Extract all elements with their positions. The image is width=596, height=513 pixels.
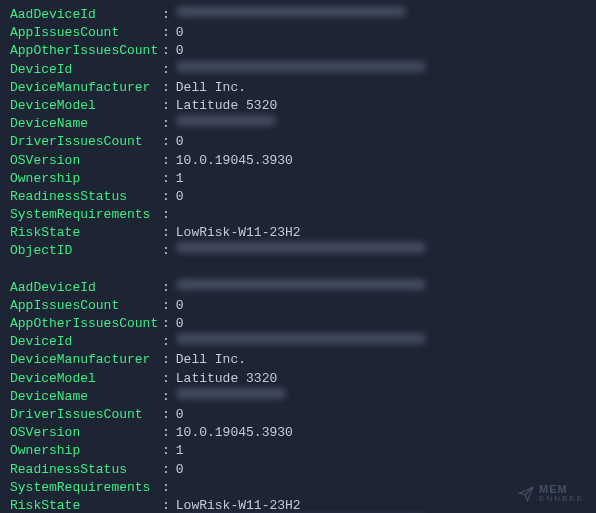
colon-separator: :	[162, 79, 170, 97]
redacted-value	[176, 242, 426, 253]
property-row: AadDeviceId:	[10, 279, 586, 297]
property-key: OSVersion	[10, 424, 162, 442]
property-value: 0	[176, 24, 184, 42]
colon-separator: :	[162, 479, 170, 497]
colon-separator: :	[162, 442, 170, 460]
colon-separator: :	[162, 6, 170, 24]
property-row: AppIssuesCount:0	[10, 24, 586, 42]
paper-plane-icon	[517, 485, 535, 503]
property-row: ReadinessStatus:0	[10, 188, 586, 206]
property-row: Ownership:1	[10, 170, 586, 188]
property-key: DriverIssuesCount	[10, 133, 162, 151]
property-key: DeviceName	[10, 115, 162, 133]
redacted-value	[176, 6, 406, 17]
property-key: DeviceManufacturer	[10, 79, 162, 97]
property-key: AadDeviceId	[10, 279, 162, 297]
colon-separator: :	[162, 424, 170, 442]
colon-separator: :	[162, 461, 170, 479]
property-value: 0	[176, 461, 184, 479]
colon-separator: :	[162, 42, 170, 60]
property-row: AadDeviceId:	[10, 6, 586, 24]
redacted-value	[176, 279, 426, 290]
property-value: Dell Inc.	[176, 79, 246, 97]
colon-separator: :	[162, 279, 170, 297]
property-row: AppIssuesCount:0	[10, 297, 586, 315]
property-value: Dell Inc.	[176, 351, 246, 369]
property-row: DeviceName:	[10, 388, 586, 406]
property-key: RiskState	[10, 497, 162, 513]
property-row: DeviceId:	[10, 61, 586, 79]
property-row: DeviceName:	[10, 115, 586, 133]
property-key: RiskState	[10, 224, 162, 242]
property-key: ReadinessStatus	[10, 461, 162, 479]
property-row: AppOtherIssuesCount:0	[10, 315, 586, 333]
property-key: AppIssuesCount	[10, 24, 162, 42]
property-row: SystemRequirements:	[10, 479, 586, 497]
property-row: OSVersion:10.0.19045.3930	[10, 424, 586, 442]
colon-separator: :	[162, 224, 170, 242]
property-row: RiskState:LowRisk-W11-23H2	[10, 224, 586, 242]
property-key: ReadinessStatus	[10, 188, 162, 206]
colon-separator: :	[162, 24, 170, 42]
colon-separator: :	[162, 388, 170, 406]
property-key: DeviceModel	[10, 370, 162, 388]
colon-separator: :	[162, 206, 170, 224]
property-row: SystemRequirements:	[10, 206, 586, 224]
watermark: MEM ENNBEE	[517, 485, 584, 503]
property-row: DeviceManufacturer:Dell Inc.	[10, 79, 586, 97]
colon-separator: :	[162, 370, 170, 388]
colon-separator: :	[162, 333, 170, 351]
colon-separator: :	[162, 242, 170, 260]
property-row: DeviceModel:Latitude 3320	[10, 370, 586, 388]
colon-separator: :	[162, 297, 170, 315]
property-value: 10.0.19045.3930	[176, 152, 293, 170]
colon-separator: :	[162, 115, 170, 133]
watermark-bottom: ENNBEE	[539, 495, 584, 502]
console-output: AadDeviceId:AppIssuesCount:0AppOtherIssu…	[10, 6, 586, 513]
property-value: 0	[176, 42, 184, 60]
property-row: DeviceManufacturer:Dell Inc.	[10, 351, 586, 369]
property-key: ObjectID	[10, 242, 162, 260]
colon-separator: :	[162, 351, 170, 369]
property-key: DeviceId	[10, 61, 162, 79]
colon-separator: :	[162, 170, 170, 188]
redacted-value	[176, 388, 286, 399]
property-value: LowRisk-W11-23H2	[176, 224, 301, 242]
property-value: 1	[176, 170, 184, 188]
property-key: AadDeviceId	[10, 6, 162, 24]
redacted-value	[176, 333, 426, 344]
property-key: Ownership	[10, 170, 162, 188]
property-row: DriverIssuesCount:0	[10, 406, 586, 424]
property-key: SystemRequirements	[10, 479, 162, 497]
colon-separator: :	[162, 152, 170, 170]
property-key: OSVersion	[10, 152, 162, 170]
redacted-value	[176, 115, 276, 126]
property-row: Ownership:1	[10, 442, 586, 460]
property-value: 0	[176, 297, 184, 315]
property-row: DriverIssuesCount:0	[10, 133, 586, 151]
property-key: DeviceModel	[10, 97, 162, 115]
property-key: AppIssuesCount	[10, 297, 162, 315]
property-value: 0	[176, 188, 184, 206]
property-value: Latitude 5320	[176, 97, 277, 115]
property-key: DriverIssuesCount	[10, 406, 162, 424]
property-row: DeviceModel:Latitude 5320	[10, 97, 586, 115]
colon-separator: :	[162, 497, 170, 513]
property-key: AppOtherIssuesCount	[10, 42, 162, 60]
property-value: 10.0.19045.3930	[176, 424, 293, 442]
property-value: 0	[176, 406, 184, 424]
property-key: SystemRequirements	[10, 206, 162, 224]
colon-separator: :	[162, 97, 170, 115]
record: AadDeviceId:AppIssuesCount:0AppOtherIssu…	[10, 279, 586, 513]
property-row: RiskState:LowRisk-W11-23H2	[10, 497, 586, 513]
colon-separator: :	[162, 406, 170, 424]
colon-separator: :	[162, 315, 170, 333]
property-row: OSVersion:10.0.19045.3930	[10, 152, 586, 170]
property-key: Ownership	[10, 442, 162, 460]
property-row: DeviceId:	[10, 333, 586, 351]
property-value: 0	[176, 133, 184, 151]
colon-separator: :	[162, 188, 170, 206]
property-value: Latitude 3320	[176, 370, 277, 388]
property-key: DeviceManufacturer	[10, 351, 162, 369]
property-key: DeviceName	[10, 388, 162, 406]
